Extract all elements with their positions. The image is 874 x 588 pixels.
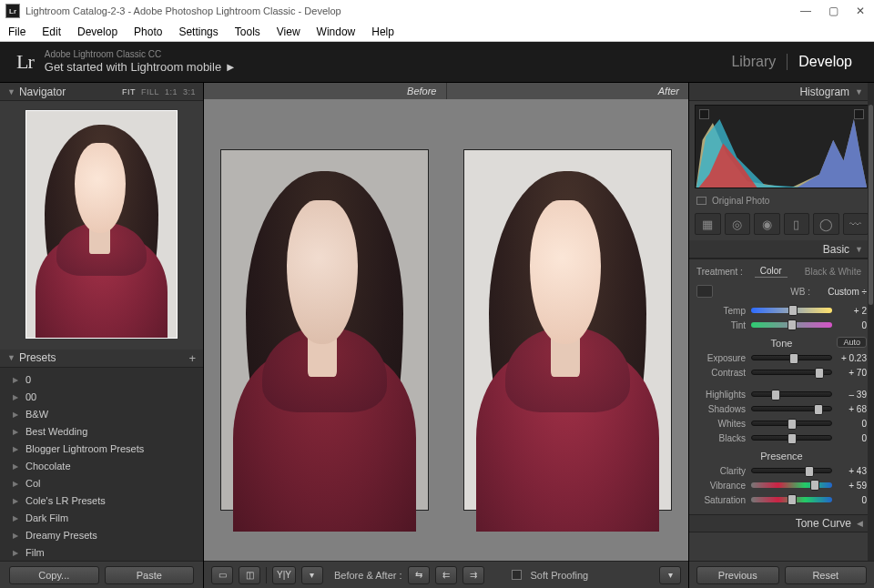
menu-help[interactable]: Help [363, 22, 402, 41]
blacks-track[interactable] [751, 435, 832, 441]
wb-dropper-icon[interactable] [696, 285, 713, 298]
shadows-slider[interactable]: Shadows+ 68 [696, 401, 867, 416]
swap-button[interactable]: ⇆ [408, 566, 430, 584]
after-photo[interactable] [464, 150, 672, 510]
menu-edit[interactable]: Edit [34, 22, 69, 41]
spot-tool-icon[interactable]: ◎ [725, 213, 751, 235]
navigator-thumbnail[interactable] [25, 110, 178, 339]
tint-slider[interactable]: Tint0 [696, 318, 867, 332]
copy-before-button[interactable]: ⇇ [435, 566, 457, 584]
whites-value[interactable]: 0 [838, 419, 867, 429]
brush-tool-icon[interactable]: 〰 [843, 213, 869, 235]
paste-button[interactable]: Paste [105, 566, 195, 584]
tint-track[interactable] [751, 322, 832, 328]
reset-button[interactable]: Reset [785, 566, 868, 584]
shadows-track[interactable] [751, 406, 832, 411]
toolbar-more-icon[interactable]: ▾ [659, 566, 681, 584]
whites-slider[interactable]: Whites0 [696, 416, 867, 431]
soft-proofing-checkbox[interactable] [512, 570, 522, 580]
preset-folder[interactable]: ▶Chocolate [0, 458, 203, 475]
exposure-value[interactable]: + 0.23 [838, 353, 867, 363]
grad-tool-icon[interactable]: ▯ [784, 213, 810, 235]
redeye-tool-icon[interactable]: ◉ [754, 213, 780, 235]
previous-button[interactable]: Previous [696, 566, 779, 584]
histogram-graph[interactable] [695, 105, 869, 188]
before-after-lr-button[interactable]: ◫ [239, 566, 260, 584]
menu-develop[interactable]: Develop [69, 22, 126, 41]
exposure-track[interactable] [751, 355, 832, 360]
highlights-slider[interactable]: Highlights– 39 [696, 387, 867, 401]
histogram-header[interactable]: Histogram ▼ [689, 83, 874, 101]
tone-curve-header[interactable]: Tone Curve ◀ [689, 514, 874, 532]
presets-header[interactable]: ▼ Presets + [0, 350, 203, 368]
preset-folder[interactable]: ▶Film [0, 544, 203, 562]
preset-folder[interactable]: ▶B&W [0, 406, 203, 423]
presets-add-button[interactable]: + [188, 351, 196, 365]
shadows-knob[interactable] [814, 404, 823, 415]
highlights-track[interactable] [751, 391, 832, 397]
original-photo-toggle[interactable]: Original Photo [689, 192, 874, 211]
shadows-value[interactable]: + 68 [838, 404, 867, 414]
preset-folder[interactable]: ▶Dreamy Presets [0, 527, 203, 544]
brand-mobile-link[interactable]: Get started with Lightroom mobile ► [45, 60, 237, 75]
wb-dropdown[interactable]: Custom ÷ [816, 287, 867, 297]
window-maximize-button[interactable]: ▢ [819, 0, 847, 22]
saturation-value[interactable]: 0 [838, 495, 867, 505]
menu-tools[interactable]: Tools [227, 22, 269, 41]
nav-zoom-1to1[interactable]: 1:1 [165, 87, 178, 96]
menu-window[interactable]: Window [309, 22, 364, 41]
blacks-value[interactable]: 0 [838, 433, 867, 443]
menu-photo[interactable]: Photo [126, 22, 170, 41]
preset-folder[interactable]: ▶Best Wedding [0, 423, 203, 441]
before-photo[interactable] [221, 150, 429, 510]
vibrance-knob[interactable] [810, 480, 819, 491]
right-scrollbar[interactable] [868, 83, 874, 561]
clarity-slider[interactable]: Clarity+ 43 [696, 463, 867, 478]
exposure-slider[interactable]: Exposure+ 0.23 [696, 350, 867, 365]
menu-settings[interactable]: Settings [170, 22, 226, 41]
vibrance-track[interactable] [751, 482, 832, 488]
tint-knob[interactable] [788, 319, 797, 330]
preset-folder[interactable]: ▶Cole's LR Presets [0, 492, 203, 510]
nav-zoom-3to1[interactable]: 3:1 [183, 87, 196, 96]
module-library[interactable]: Library [726, 52, 781, 72]
saturation-knob[interactable] [788, 494, 797, 505]
compare-yy-button[interactable]: Y|Y [272, 566, 296, 584]
copy-after-button[interactable]: ⇉ [462, 566, 484, 584]
compare-view[interactable] [204, 99, 688, 561]
whites-knob[interactable] [788, 419, 797, 430]
preset-folder[interactable]: ▶Dark Film [0, 510, 203, 527]
preset-folder[interactable]: ▶Col [0, 475, 203, 492]
preset-folder[interactable]: ▶0 [0, 371, 203, 389]
vibrance-slider[interactable]: Vibrance+ 59 [696, 478, 867, 492]
temp-value[interactable]: + 2 [838, 306, 867, 316]
clarity-knob[interactable] [805, 466, 814, 477]
window-minimize-button[interactable]: — [792, 0, 819, 22]
crop-tool-icon[interactable]: ▦ [695, 213, 721, 235]
window-close-button[interactable]: ✕ [847, 0, 874, 22]
clarity-value[interactable]: + 43 [838, 466, 867, 476]
nav-zoom-fill[interactable]: FILL [141, 87, 159, 96]
radial-tool-icon[interactable]: ◯ [813, 213, 839, 235]
auto-tone-button[interactable]: Auto [837, 337, 867, 348]
treatment-color[interactable]: Color [755, 265, 788, 278]
saturation-slider[interactable]: Saturation0 [696, 492, 867, 507]
tint-value[interactable]: 0 [838, 320, 867, 330]
module-develop[interactable]: Develop [793, 52, 858, 72]
navigator-header[interactable]: ▼ Navigator FIT FILL 1:1 3:1 [0, 83, 203, 101]
contrast-track[interactable] [751, 370, 832, 375]
temp-track[interactable] [751, 308, 832, 313]
saturation-track[interactable] [751, 497, 832, 502]
blacks-slider[interactable]: Blacks0 [696, 431, 867, 445]
toolbar-dropdown-icon[interactable]: ▾ [301, 566, 323, 584]
treatment-bw[interactable]: Black & White [799, 266, 867, 278]
contrast-slider[interactable]: Contrast+ 70 [696, 365, 867, 380]
basic-header[interactable]: Basic ▼ [689, 240, 874, 259]
contrast-knob[interactable] [815, 368, 824, 379]
temp-slider[interactable]: Temp+ 2 [696, 303, 867, 318]
preset-folder[interactable]: ▶00 [0, 389, 203, 406]
nav-zoom-fit[interactable]: FIT [122, 87, 136, 96]
menu-view[interactable]: View [269, 22, 309, 41]
loupe-view-button[interactable]: ▭ [211, 566, 233, 584]
exposure-knob[interactable] [789, 353, 798, 364]
